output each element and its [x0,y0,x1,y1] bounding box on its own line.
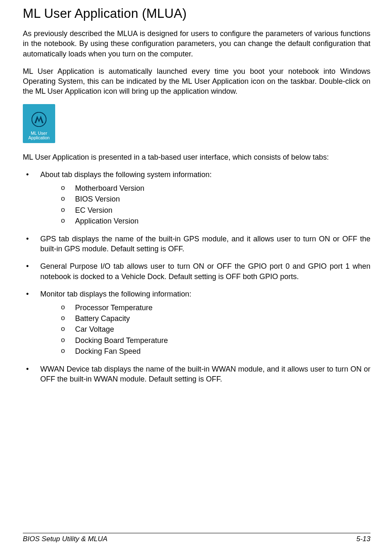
list-item: About tab displays the following system … [23,170,370,226]
list-item-text: Monitor tab displays the following infor… [40,290,191,298]
intro-paragraph-2: ML User Application is automatically lau… [23,66,370,97]
list-item: Monitor tab displays the following infor… [23,289,370,357]
list-item: GPS tab displays the name of the built-i… [23,234,370,254]
tabs-list: About tab displays the following system … [23,170,370,384]
intro-paragraph-1: As previously described the MLUA is desi… [23,29,370,59]
list-item-text: WWAN Device tab displays the name of the… [40,365,370,383]
sublist-item: EC Version [61,205,370,216]
sublist-item: Docking Fan Speed [61,346,370,357]
page-title: ML User Application (MLUA) [23,6,370,21]
icon-label-line1: ML User [31,131,47,136]
sublist-item: Application Version [61,216,370,226]
footer-section-title: BIOS Setup Utility & MLUA [23,535,107,543]
svg-point-0 [32,112,46,126]
list-item-text: General Purpose I/O tab allows user to t… [40,262,370,280]
sublist: Motherboard Version BIOS Version EC Vers… [40,183,370,226]
sublist-item: Docking Board Temperature [61,335,370,346]
intro-paragraph-3: ML User Application is presented in a ta… [23,152,370,162]
list-item: General Purpose I/O tab allows user to t… [23,261,370,282]
sublist-item: Car Voltage [61,324,370,335]
list-item-text: About tab displays the following system … [40,170,212,179]
list-item-text: GPS tab displays the name of the built-i… [40,235,370,253]
page-footer: BIOS Setup Utility & MLUA 5-13 [23,533,370,543]
sublist: Processor Temperature Battery Capacity C… [40,302,370,356]
icon-label-line2: Application [28,135,49,140]
sublist-item: BIOS Version [61,194,370,204]
footer-page-number: 5-13 [356,535,370,543]
sublist-item: Motherboard Version [61,183,370,194]
list-item: WWAN Device tab displays the name of the… [23,364,370,384]
sublist-item: Battery Capacity [61,313,370,324]
motorola-logo-icon [32,112,46,127]
sublist-item: Processor Temperature [61,302,370,313]
icon-label: ML User Application [28,131,49,141]
ml-user-application-icon: ML User Application [23,104,55,143]
